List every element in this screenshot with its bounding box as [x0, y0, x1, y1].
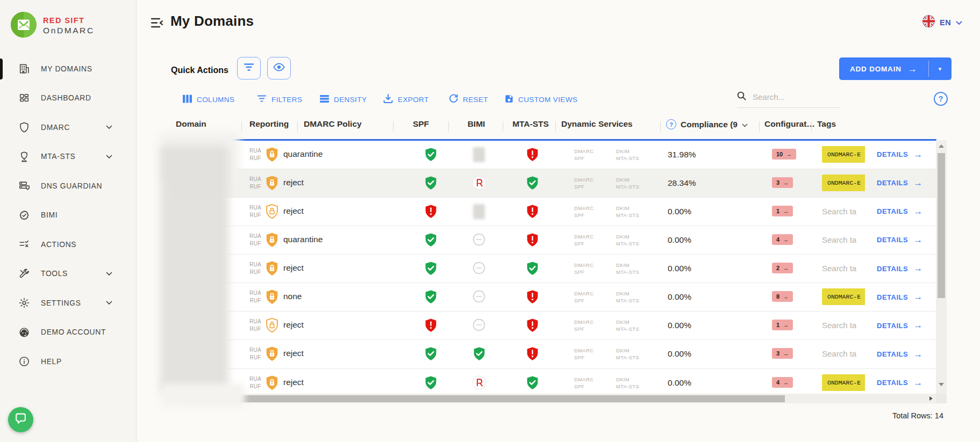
brand-logo[interactable]: RED SIFT OnDMARC: [11, 12, 95, 40]
collapse-sidebar-icon[interactable]: [150, 17, 164, 31]
quick-filter-button[interactable]: [237, 57, 261, 79]
add-domain-button[interactable]: ADD DOMAIN →: [839, 57, 928, 80]
tag-badge[interactable]: ONDMARC-E: [822, 146, 866, 163]
column-header-dynamic-services[interactable]: Dynamic Services: [561, 119, 633, 129]
configuration-badge[interactable]: 8 →: [772, 291, 793, 302]
tag-search-placeholder[interactable]: Search ta: [822, 321, 856, 330]
toolbar-button-custom-views[interactable]: CUSTOM VIEWS: [505, 92, 577, 106]
column-header-bimi[interactable]: BIMI: [461, 119, 492, 129]
table-row[interactable]: RUARUFrejectDMARCSPFDKIMMTA-STS0.00%4 →O…: [171, 369, 936, 397]
chat-launcher-button[interactable]: [8, 407, 33, 432]
tag-badge[interactable]: ONDMARC-E: [822, 374, 866, 391]
configuration-badge[interactable]: 2 →: [772, 263, 793, 273]
details-link[interactable]: DETAILS→: [865, 198, 936, 226]
sidebar-item-tools[interactable]: TOOLS: [0, 259, 136, 289]
details-link[interactable]: DETAILS→: [865, 311, 936, 339]
column-header-compliance[interactable]: ? Compliance (9: [666, 119, 748, 129]
horizontal-scrollbar[interactable]: [171, 394, 936, 403]
tag-badge[interactable]: ONDMARC-E: [822, 175, 866, 191]
toolbar-button-density[interactable]: DENSITY: [320, 92, 367, 106]
scroll-up-arrow[interactable]: [939, 144, 944, 148]
table-row[interactable]: RUARUFrejectDMARCSPFDKIMMTA-STS0.00%1 →S…: [171, 311, 936, 340]
column-divider: [555, 121, 556, 132]
column-divider: [503, 121, 503, 132]
details-link[interactable]: DETAILS→: [865, 255, 936, 282]
dynamic-services-cell: DKIMMTA-STS: [616, 376, 639, 390]
blurred-bimi-logo: [473, 204, 485, 219]
sidebar-item-dmarc[interactable]: DMARC: [0, 113, 136, 142]
column-header-spf[interactable]: SPF: [404, 119, 438, 129]
mta-sts-status-fail-icon: [516, 147, 549, 164]
toolbar-button-reset[interactable]: RESET: [449, 92, 488, 106]
details-link[interactable]: DETAILS→: [865, 369, 936, 397]
sidebar-item-bimi[interactable]: BIMI: [0, 201, 136, 230]
sidebar-item-mta-sts[interactable]: MTA-STS: [0, 142, 136, 172]
scroll-down-arrow[interactable]: [939, 383, 944, 386]
table-body: RUARUFquarantineDMARCSPFDKIMMTA-STS31.98…: [171, 141, 936, 397]
tag-search-placeholder[interactable]: Search ta: [822, 264, 856, 273]
reporting-cell: RUARUF: [235, 346, 261, 361]
details-link[interactable]: DETAILS→: [865, 226, 936, 254]
table-row[interactable]: RUARUFrejectDMARCSPFDKIMMTA-STS0.00%1 →S…: [171, 198, 936, 226]
language-selector[interactable]: EN: [922, 15, 962, 30]
configuration-badge[interactable]: 3 →: [772, 348, 793, 359]
help-circle-icon[interactable]: ?: [666, 119, 676, 129]
column-header-dmarc-policy[interactable]: DMARC Policy: [304, 119, 362, 129]
column-divider: [297, 121, 298, 132]
reporting-cell: RUARUF: [235, 204, 261, 219]
blurred-domain-data: [160, 145, 229, 394]
sidebar-item-my-domains[interactable]: MY DOMAINS: [0, 54, 136, 84]
tag-badge[interactable]: ONDMARC-E: [822, 288, 866, 305]
sidebar-item-help[interactable]: HELP: [0, 347, 136, 376]
search-input[interactable]: [752, 92, 834, 102]
column-header-mta-sts[interactable]: MTA-STS: [508, 119, 553, 129]
tag-search-placeholder[interactable]: Search ta: [822, 235, 856, 244]
visibility-button[interactable]: [267, 57, 291, 79]
table-row[interactable]: RUARUFrejectDMARCSPFDKIMMTA-STS0.00%3 →S…: [171, 340, 936, 368]
configuration-badge[interactable]: 4 →: [772, 377, 793, 388]
scroll-right-arrow[interactable]: [929, 396, 933, 401]
configuration-badge[interactable]: 1 →: [772, 320, 793, 330]
configuration-badge[interactable]: 4 →: [772, 234, 793, 245]
seal-check-icon: [18, 209, 31, 221]
configuration-badge[interactable]: 10 →: [772, 149, 796, 160]
table-row[interactable]: RUARUFrejectDMARCSPFDKIMMTA-STS28.34%3 →…: [171, 169, 936, 198]
spf-status-fail-icon: [414, 318, 447, 335]
sidebar-item-dns-guardian[interactable]: DNS GUARDIAN: [0, 171, 136, 201]
tag-search-placeholder[interactable]: Search ta: [822, 207, 856, 216]
sidebar-item-settings[interactable]: SETTINGS: [0, 288, 136, 318]
table-row[interactable]: RUARUFnoneDMARCSPFDKIMMTA-STS0.00%8 →OND…: [171, 283, 936, 311]
details-link[interactable]: DETAILS→: [865, 169, 936, 197]
column-header-reporting[interactable]: Reporting: [249, 119, 289, 129]
sort-chevron-icon[interactable]: [742, 120, 748, 129]
horizontal-scrollbar-thumb[interactable]: [187, 395, 785, 402]
table-row[interactable]: RUARUFquarantineDMARCSPFDKIMMTA-STS0.00%…: [171, 226, 936, 255]
compliance-value: 0.00%: [668, 235, 691, 245]
vertical-scrollbar[interactable]: [936, 140, 947, 394]
sidebar-item-actions[interactable]: ACTIONS: [0, 230, 136, 259]
configuration-badge[interactable]: 1 →: [772, 206, 793, 216]
table-row[interactable]: RUARUFrejectDMARCSPFDKIMMTA-STS0.00%2 →S…: [171, 255, 936, 283]
table-row[interactable]: RUARUFquarantineDMARCSPFDKIMMTA-STS31.98…: [171, 141, 936, 169]
toolbar-button-export[interactable]: EXPORT: [383, 92, 429, 106]
spf-status-pass-icon: [414, 147, 447, 164]
toolbar-button-columns[interactable]: COLUMNS: [183, 92, 234, 106]
sidebar-item-dashboard[interactable]: DASHBOARD: [0, 84, 136, 113]
column-header-domain[interactable]: Domain: [176, 119, 206, 129]
column-header-configuration[interactable]: Configurat…: [764, 119, 815, 129]
compliance-value: 0.00%: [668, 292, 691, 302]
add-domain-dropdown-button[interactable]: ▾: [929, 57, 952, 80]
details-link[interactable]: DETAILS→: [865, 340, 936, 368]
bimi-status-pass-icon: [462, 346, 496, 364]
details-link[interactable]: DETAILS→: [865, 283, 936, 311]
dynamic-services-cell: DKIMMTA-STS: [616, 205, 639, 219]
dmarc-policy-lock-icon: [265, 204, 279, 222]
vertical-scrollbar-thumb[interactable]: [938, 153, 945, 298]
tag-search-placeholder[interactable]: Search ta: [822, 349, 856, 358]
sidebar-item-demo-account[interactable]: DEMO ACCOUNT: [0, 318, 136, 347]
details-link[interactable]: DETAILS→: [865, 141, 936, 169]
configuration-badge[interactable]: 3 →: [772, 177, 793, 188]
toolbar-button-filters[interactable]: FILTERS: [257, 92, 302, 106]
help-button[interactable]: ?: [934, 92, 948, 106]
column-header-tags[interactable]: Tags: [817, 119, 836, 129]
